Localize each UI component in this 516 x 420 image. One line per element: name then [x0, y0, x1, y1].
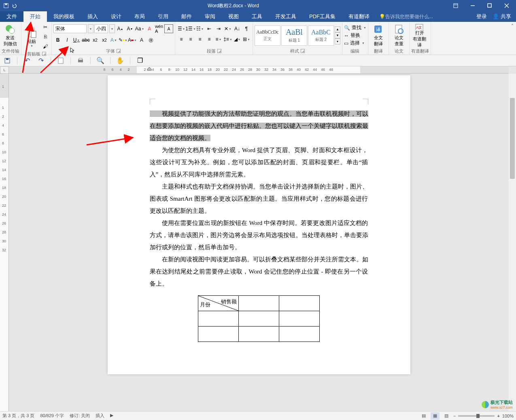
italic-button[interactable]: I: [63, 36, 72, 45]
line-spacing-icon[interactable]: ‡≡▼: [223, 35, 232, 44]
share-button[interactable]: 👤 共享: [493, 13, 511, 20]
zoom-slider[interactable]: [458, 415, 495, 417]
zoom-in-button[interactable]: +: [497, 414, 499, 418]
font-size-input[interactable]: [94, 24, 108, 33]
highlight-icon[interactable]: ✎▼: [119, 36, 127, 45]
style-heading2[interactable]: AaBbC标题 2: [308, 25, 334, 46]
paragraph-3[interactable]: 主题和样式也有助于文档保持协调。当您单击设计并选择新的主题时，图片、图表或 Sm…: [150, 180, 368, 217]
phonetic-icon[interactable]: wénA: [155, 24, 164, 33]
tab-design[interactable]: 设计: [104, 11, 128, 22]
zoom-level[interactable]: 100%: [502, 414, 514, 418]
qa-new-icon[interactable]: [57, 57, 65, 65]
open-youdao-button[interactable]: A文 打开 有道翻译: [411, 23, 428, 48]
vertical-scrollbar[interactable]: [509, 74, 516, 411]
paste-button[interactable]: 粘贴▼: [23, 24, 40, 49]
full-translate-button[interactable]: 译 全文 翻译: [370, 23, 387, 48]
decrease-indent-icon[interactable]: ⇤: [205, 24, 214, 33]
vertical-ruler[interactable]: 112468101214161820222426283032: [0, 74, 9, 411]
show-marks-icon[interactable]: ¶: [242, 24, 251, 33]
format-painter-icon[interactable]: 🖌: [41, 42, 50, 51]
font-color-icon[interactable]: A▼: [128, 36, 137, 45]
data-table[interactable]: 销售额 月份: [198, 295, 320, 342]
change-case-icon[interactable]: Aa▼: [135, 24, 144, 33]
thesis-check-button[interactable]: 论文 查重: [391, 23, 408, 48]
font-dialog-launcher[interactable]: [117, 49, 121, 53]
qa-print-icon[interactable]: [76, 57, 85, 65]
find-button[interactable]: 🔍查找▼: [344, 24, 366, 31]
styles-scroll-down[interactable]: ▼: [335, 32, 340, 38]
tab-references[interactable]: 引用: [151, 11, 175, 22]
tab-home[interactable]: 开始: [23, 11, 47, 22]
enclose-char-icon[interactable]: ㊝: [147, 36, 155, 45]
text-effects-icon[interactable]: A▼: [109, 36, 118, 45]
char-shading-icon[interactable]: A: [137, 36, 146, 45]
horizontal-ruler[interactable]: 8642246810121416182022242628303234363840…: [9, 66, 509, 74]
style-normal[interactable]: AaBbCcDc正文: [255, 25, 280, 46]
read-mode-icon[interactable]: ▤: [419, 412, 428, 420]
increase-indent-icon[interactable]: ⇥: [214, 24, 223, 33]
styles-dialog-launcher[interactable]: [301, 49, 305, 53]
status-insert[interactable]: 插入: [96, 413, 104, 419]
tab-file[interactable]: 文件: [0, 11, 23, 22]
tab-layout[interactable]: 布局: [128, 11, 151, 22]
status-macro-icon[interactable]: ▶: [110, 413, 113, 419]
clear-format-icon[interactable]: A̷: [145, 24, 154, 33]
justify-icon[interactable]: ≡: [205, 35, 214, 44]
align-right-icon[interactable]: ≡: [195, 35, 204, 44]
align-left-icon[interactable]: ≡: [177, 35, 186, 44]
copy-icon[interactable]: ⎘: [41, 32, 50, 41]
shrink-font-icon[interactable]: A▼: [125, 24, 134, 33]
underline-button[interactable]: U▼: [72, 36, 81, 45]
styles-expand[interactable]: ▾: [335, 38, 340, 45]
shading-icon[interactable]: ◢▼: [233, 35, 242, 44]
tab-mail[interactable]: 邮件: [175, 11, 198, 22]
ruler-corner[interactable]: L: [0, 66, 9, 74]
close-button[interactable]: [501, 1, 513, 10]
qa-save-icon[interactable]: [3, 57, 11, 65]
minimize-button[interactable]: [467, 1, 479, 10]
grow-font-icon[interactable]: A▲: [116, 24, 125, 33]
collapse-ribbon-icon[interactable]: ˄: [511, 23, 514, 29]
save-icon[interactable]: [3, 3, 9, 8]
cut-icon[interactable]: ✂: [41, 23, 50, 32]
print-layout-icon[interactable]: ▦: [431, 412, 440, 420]
tell-me-input[interactable]: 💡 告诉我您想要做什么...: [376, 11, 471, 22]
tab-insert[interactable]: 插入: [81, 11, 104, 22]
tab-youdao[interactable]: 有道翻译: [342, 11, 376, 22]
page-canvas[interactable]: 视频提供了功能强大的方法帮助您证明您的观点。当您单击联机视频时，可以在想要添加的…: [9, 74, 509, 411]
qa-preview-icon[interactable]: 🔍: [96, 57, 104, 65]
status-words[interactable]: 80/829 个字: [40, 413, 64, 419]
login-link[interactable]: 登录: [476, 13, 487, 20]
undo-icon[interactable]: [11, 3, 17, 8]
tab-templates[interactable]: 我的模板: [47, 11, 81, 22]
tab-pdf[interactable]: PDF工具集: [303, 11, 342, 22]
style-heading1[interactable]: AaBl标题 1: [281, 25, 307, 46]
paragraph-5[interactable]: 在新的阅读视图中阅读更加容易。可以折叠文档某些部分并关注所需文本。如果在达到结尾…: [150, 253, 368, 290]
borders-icon[interactable]: ⊞▼: [242, 35, 251, 44]
multilevel-list-icon[interactable]: ☷▼: [195, 24, 204, 33]
paragraph-4[interactable]: 使用在需要位置出现的新按钮在 Word 中保存时间。若要更改图片适应文档的方式，…: [150, 217, 368, 253]
paragraph-2[interactable]: 为使您的文档具有专业外观，Word 提供了页眉、页脚、封面和文本框设计，这些设计…: [150, 144, 368, 180]
char-border-icon[interactable]: A: [164, 24, 173, 33]
qa-layers-icon[interactable]: ❐: [136, 57, 144, 65]
tab-devtools[interactable]: 开发工具: [269, 11, 303, 22]
tab-tools[interactable]: 工具: [245, 11, 269, 22]
paragraph-dialog-launcher[interactable]: [217, 49, 221, 53]
select-button[interactable]: ▭选择▼: [344, 40, 365, 47]
selected-text[interactable]: 视频提供了功能强大的方法帮助您证明您的观点。当您单击联机视频时，可以在想要添加的…: [150, 110, 368, 141]
numbering-icon[interactable]: 1☰▼: [186, 24, 195, 33]
align-center-icon[interactable]: ≡: [186, 35, 195, 44]
sort-icon[interactable]: A↓: [233, 24, 242, 33]
qa-undo-icon[interactable]: ↶: [23, 57, 31, 65]
ribbon-options-icon[interactable]: [450, 1, 462, 10]
styles-scroll-up[interactable]: ▲: [335, 26, 340, 32]
send-to-wechat-button[interactable]: 发送 到微信: [2, 23, 19, 48]
bold-button[interactable]: B: [53, 36, 62, 45]
maximize-button[interactable]: [484, 1, 496, 10]
font-name-input[interactable]: [53, 24, 87, 33]
asian-layout-icon[interactable]: ✕▼: [223, 24, 232, 33]
strikethrough-button[interactable]: abc: [81, 36, 90, 45]
web-layout-icon[interactable]: ▧: [442, 412, 451, 420]
subscript-button[interactable]: x2: [91, 36, 100, 45]
zoom-out-button[interactable]: −: [453, 414, 456, 418]
